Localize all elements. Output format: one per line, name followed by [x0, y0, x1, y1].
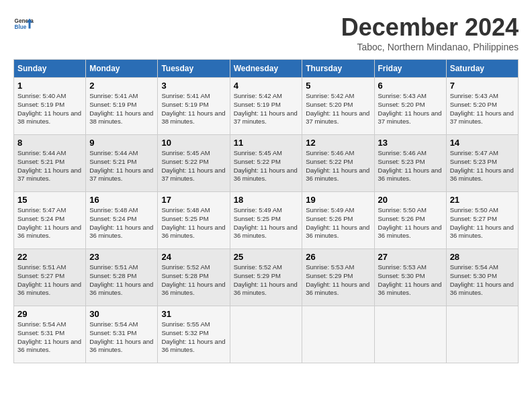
calendar-row: 1 Sunrise: 5:40 AMSunset: 5:19 PMDayligh… [14, 78, 519, 135]
calendar-cell: 2 Sunrise: 5:41 AMSunset: 5:19 PMDayligh… [86, 78, 158, 135]
day-number: 17 [161, 195, 226, 205]
day-info: Sunrise: 5:55 AMSunset: 5:32 PMDaylight:… [161, 320, 226, 355]
day-header-row: Sunday Monday Tuesday Wednesday Thursday… [14, 60, 519, 78]
calendar-cell: 31 Sunrise: 5:55 AMSunset: 5:32 PMDaylig… [158, 306, 230, 363]
calendar-cell: 15 Sunrise: 5:47 AMSunset: 5:24 PMDaylig… [14, 192, 86, 249]
day-info: Sunrise: 5:43 AMSunset: 5:20 PMDaylight:… [450, 92, 515, 126]
day-number: 22 [17, 252, 82, 262]
logo-icon: General Blue [13, 13, 34, 34]
day-info: Sunrise: 5:46 AMSunset: 5:23 PMDaylight:… [378, 149, 443, 183]
calendar-cell: 18 Sunrise: 5:49 AMSunset: 5:25 PMDaylig… [230, 192, 302, 249]
calendar-cell: 19 Sunrise: 5:49 AMSunset: 5:26 PMDaylig… [302, 192, 374, 249]
calendar-cell: 6 Sunrise: 5:43 AMSunset: 5:20 PMDayligh… [374, 78, 446, 135]
calendar-cell: 5 Sunrise: 5:42 AMSunset: 5:20 PMDayligh… [302, 78, 374, 135]
day-info: Sunrise: 5:42 AMSunset: 5:20 PMDaylight:… [306, 92, 370, 126]
calendar-cell: 1 Sunrise: 5:40 AMSunset: 5:19 PMDayligh… [14, 78, 86, 135]
calendar-cell: 13 Sunrise: 5:46 AMSunset: 5:23 PMDaylig… [374, 135, 446, 192]
day-info: Sunrise: 5:49 AMSunset: 5:26 PMDaylight:… [306, 206, 370, 240]
day-number: 31 [161, 309, 226, 319]
day-number: 8 [17, 138, 82, 148]
calendar-cell: 29 Sunrise: 5:54 AMSunset: 5:31 PMDaylig… [14, 306, 86, 363]
page-header: General Blue General Blue December 2024 … [13, 13, 519, 52]
day-number: 15 [17, 195, 82, 205]
calendar-cell: 7 Sunrise: 5:43 AMSunset: 5:20 PMDayligh… [446, 78, 518, 135]
day-info: Sunrise: 5:53 AMSunset: 5:30 PMDaylight:… [378, 263, 443, 298]
day-info: Sunrise: 5:50 AMSunset: 5:27 PMDaylight:… [450, 206, 515, 240]
header-friday: Friday [374, 60, 446, 78]
calendar-cell: 9 Sunrise: 5:44 AMSunset: 5:21 PMDayligh… [86, 135, 158, 192]
day-info: Sunrise: 5:48 AMSunset: 5:24 PMDaylight:… [89, 206, 154, 240]
day-number: 14 [450, 138, 515, 148]
day-info: Sunrise: 5:44 AMSunset: 5:21 PMDaylight:… [89, 149, 154, 183]
day-info: Sunrise: 5:54 AMSunset: 5:31 PMDaylight:… [17, 320, 82, 355]
day-info: Sunrise: 5:50 AMSunset: 5:26 PMDaylight:… [378, 206, 443, 240]
calendar-table: Sunday Monday Tuesday Wednesday Thursday… [13, 59, 519, 363]
calendar-cell [374, 306, 446, 363]
calendar-cell: 25 Sunrise: 5:52 AMSunset: 5:29 PMDaylig… [230, 249, 302, 306]
calendar-cell: 3 Sunrise: 5:41 AMSunset: 5:19 PMDayligh… [158, 78, 230, 135]
day-number: 3 [161, 81, 226, 91]
day-number: 30 [89, 309, 154, 319]
day-info: Sunrise: 5:49 AMSunset: 5:25 PMDaylight:… [234, 206, 299, 240]
header-sunday: Sunday [14, 60, 86, 78]
day-number: 28 [450, 252, 515, 262]
header-saturday: Saturday [446, 60, 518, 78]
day-info: Sunrise: 5:53 AMSunset: 5:29 PMDaylight:… [306, 263, 370, 298]
day-info: Sunrise: 5:52 AMSunset: 5:29 PMDaylight:… [234, 263, 299, 298]
calendar-cell: 26 Sunrise: 5:53 AMSunset: 5:29 PMDaylig… [302, 249, 374, 306]
day-number: 9 [89, 138, 154, 148]
calendar-cell: 16 Sunrise: 5:48 AMSunset: 5:24 PMDaylig… [86, 192, 158, 249]
day-number: 10 [161, 138, 226, 148]
day-info: Sunrise: 5:41 AMSunset: 5:19 PMDaylight:… [89, 92, 154, 126]
day-number: 25 [234, 252, 299, 262]
header-wednesday: Wednesday [230, 60, 302, 78]
day-info: Sunrise: 5:42 AMSunset: 5:19 PMDaylight:… [234, 92, 299, 126]
calendar-cell [302, 306, 374, 363]
logo: General Blue General Blue [13, 13, 36, 34]
day-info: Sunrise: 5:47 AMSunset: 5:23 PMDaylight:… [450, 149, 515, 183]
calendar-cell: 30 Sunrise: 5:54 AMSunset: 5:31 PMDaylig… [86, 306, 158, 363]
calendar-row: 22 Sunrise: 5:51 AMSunset: 5:27 PMDaylig… [14, 249, 519, 306]
day-number: 11 [234, 138, 299, 148]
day-info: Sunrise: 5:52 AMSunset: 5:28 PMDaylight:… [161, 263, 226, 298]
day-number: 18 [234, 195, 299, 205]
calendar-cell: 23 Sunrise: 5:51 AMSunset: 5:28 PMDaylig… [86, 249, 158, 306]
day-info: Sunrise: 5:45 AMSunset: 5:22 PMDaylight:… [161, 149, 226, 183]
calendar-cell [446, 306, 518, 363]
calendar-cell: 28 Sunrise: 5:54 AMSunset: 5:30 PMDaylig… [446, 249, 518, 306]
day-info: Sunrise: 5:54 AMSunset: 5:30 PMDaylight:… [450, 263, 515, 298]
day-number: 6 [378, 81, 443, 91]
day-number: 4 [234, 81, 299, 91]
day-info: Sunrise: 5:40 AMSunset: 5:19 PMDaylight:… [17, 92, 82, 126]
title-area: December 2024 Taboc, Northern Mindanao, … [341, 13, 519, 52]
day-info: Sunrise: 5:54 AMSunset: 5:31 PMDaylight:… [89, 320, 154, 355]
header-thursday: Thursday [302, 60, 374, 78]
day-number: 13 [378, 138, 443, 148]
day-number: 29 [17, 309, 82, 319]
day-number: 7 [450, 81, 515, 91]
day-number: 12 [306, 138, 370, 148]
calendar-cell: 20 Sunrise: 5:50 AMSunset: 5:26 PMDaylig… [374, 192, 446, 249]
calendar-cell: 17 Sunrise: 5:48 AMSunset: 5:25 PMDaylig… [158, 192, 230, 249]
day-info: Sunrise: 5:45 AMSunset: 5:22 PMDaylight:… [234, 149, 299, 183]
month-title: December 2024 [341, 13, 519, 42]
day-number: 2 [89, 81, 154, 91]
calendar-cell: 8 Sunrise: 5:44 AMSunset: 5:21 PMDayligh… [14, 135, 86, 192]
day-number: 27 [378, 252, 443, 262]
day-number: 20 [378, 195, 443, 205]
svg-text:Blue: Blue [15, 24, 27, 30]
day-info: Sunrise: 5:47 AMSunset: 5:24 PMDaylight:… [17, 206, 82, 240]
calendar-cell: 10 Sunrise: 5:45 AMSunset: 5:22 PMDaylig… [158, 135, 230, 192]
day-number: 26 [306, 252, 370, 262]
day-number: 5 [306, 81, 370, 91]
day-info: Sunrise: 5:48 AMSunset: 5:25 PMDaylight:… [161, 206, 226, 240]
calendar-cell: 12 Sunrise: 5:46 AMSunset: 5:22 PMDaylig… [302, 135, 374, 192]
calendar-cell: 11 Sunrise: 5:45 AMSunset: 5:22 PMDaylig… [230, 135, 302, 192]
day-number: 23 [89, 252, 154, 262]
calendar-row: 29 Sunrise: 5:54 AMSunset: 5:31 PMDaylig… [14, 306, 519, 363]
day-number: 19 [306, 195, 370, 205]
day-info: Sunrise: 5:46 AMSunset: 5:22 PMDaylight:… [306, 149, 370, 183]
day-number: 1 [17, 81, 82, 91]
header-monday: Monday [86, 60, 158, 78]
day-info: Sunrise: 5:41 AMSunset: 5:19 PMDaylight:… [161, 92, 226, 126]
